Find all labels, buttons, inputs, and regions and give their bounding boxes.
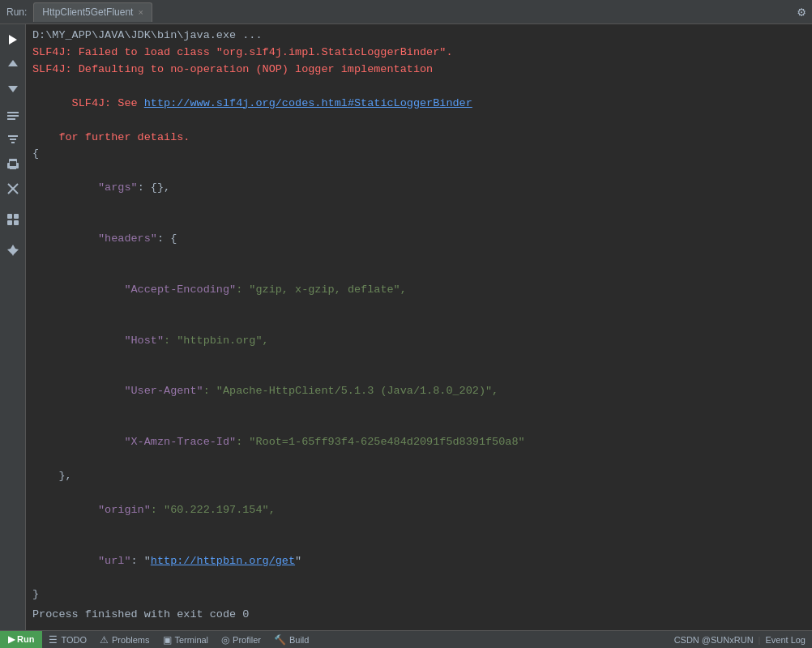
- process-finished-line: Process finished with exit code 0: [32, 607, 806, 627]
- play-icon[interactable]: [2, 28, 24, 51]
- problems-icon: ⚠: [100, 634, 109, 646]
- slf4j-link[interactable]: http://www.slf4j.org/codes.html#StaticLo…: [144, 97, 472, 109]
- tab-label: HttpClient5GetFluent: [42, 6, 133, 18]
- console-json-open: {: [32, 146, 806, 163]
- scroll-up-icon[interactable]: [2, 53, 24, 75]
- tab-close-button[interactable]: ×: [138, 7, 143, 17]
- todo-icon: ☰: [49, 634, 58, 646]
- terminal-label: Terminal: [175, 635, 209, 645]
- scroll-down-icon[interactable]: [2, 77, 24, 100]
- console-json-url: "url": "http://httpbin.org/get": [32, 536, 806, 587]
- console-line-slf4j-2: SLF4J: Defaulting to no-operation (NOP) …: [32, 62, 806, 79]
- settings-icon[interactable]: ⚙: [797, 4, 806, 20]
- svg-rect-11: [10, 161, 16, 166]
- console-json-origin: "origin": "60.222.197.154",: [32, 485, 806, 536]
- json-accept-val: : "gzip, x-gzip, deflate",: [236, 284, 407, 296]
- profiler-icon: ◎: [221, 634, 229, 646]
- terminal-icon: ▣: [163, 634, 172, 646]
- json-url-key: "url": [72, 555, 131, 567]
- svg-rect-15: [7, 214, 12, 219]
- status-divider: |: [759, 635, 761, 645]
- json-origin-key: "origin": [72, 504, 151, 516]
- json-trace-val: : "Root=1-65ff93f4-625e484d2091f5d8391f5…: [236, 436, 524, 448]
- json-url-suffix: ": [295, 555, 301, 567]
- console-json-trace: "X-Amzn-Trace-Id": "Root=1-65ff93f4-625e…: [32, 417, 806, 468]
- run-tab[interactable]: HttpClient5GetFluent ×: [33, 2, 152, 22]
- json-url-link[interactable]: http://httpbin.org/get: [151, 555, 295, 567]
- svg-marker-0: [9, 35, 17, 45]
- svg-rect-12: [10, 166, 16, 169]
- main-area: D:\MY_APP\JAVA\JDK\bin\java.exe ... SLF4…: [0, 24, 812, 630]
- json-url-colon: : ": [131, 555, 151, 567]
- svg-rect-5: [7, 118, 15, 120]
- print-icon[interactable]: [2, 153, 24, 176]
- svg-rect-3: [7, 112, 19, 113]
- problems-button[interactable]: ⚠ Problems: [93, 631, 156, 648]
- profiler-button[interactable]: ◎ Profiler: [215, 631, 267, 648]
- grid-icon[interactable]: [2, 208, 24, 231]
- svg-marker-2: [8, 86, 18, 92]
- terminal-button[interactable]: ▣ Terminal: [156, 631, 216, 648]
- console-json-ua: "User-Agent": "Apache-HttpClient/5.1.3 (…: [32, 366, 806, 417]
- build-label: Build: [289, 635, 309, 645]
- json-accept-key: "Accept-Encoding": [72, 284, 237, 296]
- tab-bar: Run: HttpClient5GetFluent × ⚙: [0, 0, 812, 24]
- console-output: D:\MY_APP\JAVA\JDK\bin\java.exe ... SLF4…: [26, 24, 812, 630]
- console-line-slf4j-1: SLF4J: Failed to load class "org.slf4j.i…: [32, 45, 806, 62]
- json-args-key: "args": [72, 181, 138, 194]
- svg-marker-1: [8, 60, 18, 66]
- json-args-sep: : {},: [138, 181, 171, 194]
- problems-label: Problems: [112, 635, 149, 645]
- console-json-headers-close: },: [32, 468, 806, 485]
- sidebar: [0, 24, 26, 630]
- svg-rect-7: [10, 139, 16, 140]
- console-line-slf4j-3: SLF4J: See http://www.slf4j.org/codes.ht…: [32, 79, 806, 130]
- run-status-label: ▶ Run: [8, 634, 34, 645]
- svg-rect-17: [7, 220, 12, 225]
- profiler-label: Profiler: [233, 635, 261, 645]
- todo-label: TODO: [61, 635, 87, 645]
- filter-icon[interactable]: [2, 129, 24, 151]
- status-right-area: CSDN @SUNxRUN | Event Log: [668, 635, 812, 645]
- console-json-close: }: [32, 586, 806, 603]
- console-json-host: "Host": "httpbin.org",: [32, 316, 806, 367]
- slf4j-3-prefix: SLF4J: See: [72, 97, 144, 109]
- todo-button[interactable]: ☰ TODO: [42, 631, 93, 648]
- build-icon: 🔨: [274, 634, 286, 646]
- svg-rect-8: [11, 142, 15, 143]
- svg-rect-6: [8, 135, 18, 137]
- json-headers-key: "headers": [72, 232, 157, 245]
- console-json-args: "args": {},: [32, 163, 806, 214]
- console-json-headers: "headers": {: [32, 214, 806, 265]
- console-line-slf4j-4: for further details.: [32, 130, 806, 147]
- console-json-accept: "Accept-Encoding": "gzip, x-gzip, deflat…: [32, 265, 806, 316]
- json-origin-val: : "60.222.197.154",: [151, 504, 276, 516]
- run-label: Run:: [6, 6, 27, 18]
- json-ua-val: : "Apache-HttpClient/5.1.3 (Java/1.8.0_2…: [203, 385, 499, 397]
- status-bar: ▶ Run ☰ TODO ⚠ Problems ▣ Terminal ◎ Pro…: [0, 630, 812, 648]
- wrap-icon[interactable]: [2, 104, 24, 127]
- run-status-button[interactable]: ▶ Run: [0, 631, 42, 648]
- svg-rect-4: [7, 115, 19, 117]
- pin-icon[interactable]: [2, 239, 24, 262]
- json-host-key: "Host": [72, 335, 164, 347]
- svg-rect-18: [14, 220, 19, 225]
- build-button[interactable]: 🔨 Build: [267, 631, 315, 648]
- console-line-path: D:\MY_APP\JAVA\JDK\bin\java.exe ...: [32, 28, 806, 45]
- svg-rect-16: [14, 214, 19, 219]
- csdn-label: CSDN @SUNxRUN: [674, 635, 754, 645]
- json-ua-key: "User-Agent": [72, 385, 203, 397]
- json-host-val: : "httpbin.org",: [164, 335, 269, 347]
- json-trace-key: "X-Amzn-Trace-Id": [72, 436, 237, 448]
- event-log-button[interactable]: Event Log: [765, 635, 806, 645]
- json-headers-sep: : {: [157, 232, 177, 245]
- clear-icon[interactable]: [2, 177, 24, 200]
